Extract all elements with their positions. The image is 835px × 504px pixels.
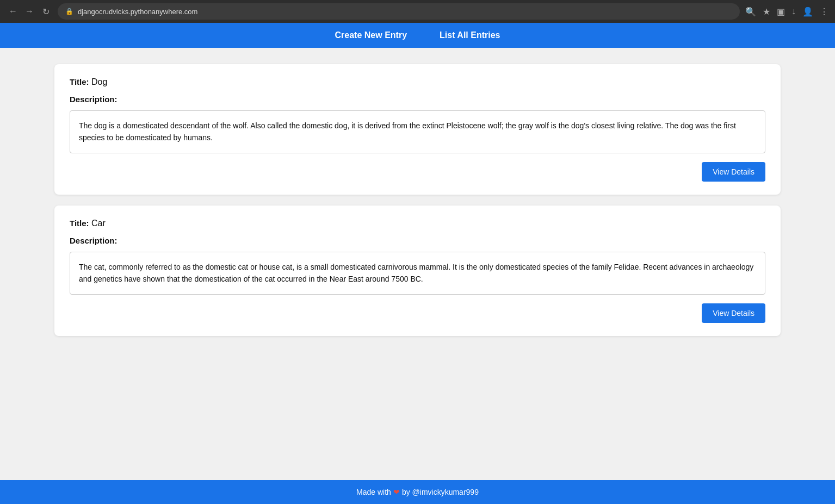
lock-icon: 🔒 [65, 8, 73, 15]
entry-title-row-2: Title: Car [70, 219, 765, 228]
view-details-button-1[interactable]: View Details [702, 162, 765, 182]
desc-label-2: Description: [70, 236, 765, 245]
create-new-entry-link[interactable]: Create New Entry [335, 30, 407, 40]
title-value-2: Car [91, 219, 106, 228]
nav-buttons: ← → ↻ [7, 5, 52, 18]
menu-icon[interactable]: ⋮ [820, 7, 828, 17]
desc-label-1: Description: [70, 95, 765, 104]
search-icon[interactable]: 🔍 [745, 7, 756, 17]
forward-button[interactable]: → [23, 5, 36, 18]
desc-box-1: The dog is a domesticated descendant of … [70, 110, 765, 153]
profile-icon[interactable]: 👤 [802, 7, 813, 17]
footer-text-after: by @imvickykumar999 [402, 488, 479, 496]
entry-actions-2: View Details [70, 303, 765, 323]
reload-button[interactable]: ↻ [39, 5, 52, 18]
view-details-button-2[interactable]: View Details [702, 303, 765, 323]
top-nav: Create New Entry List All Entries [0, 23, 835, 48]
title-value-1: Dog [91, 77, 107, 86]
list-all-entries-link[interactable]: List All Entries [440, 30, 500, 40]
extensions-icon[interactable]: ▣ [777, 7, 785, 17]
entry-title-row-1: Title: Dog [70, 77, 765, 87]
entry-card-2: Title: Car Description: The cat, commonl… [54, 206, 781, 336]
main-content: Title: Dog Description: The dog is a dom… [0, 48, 835, 480]
address-bar[interactable]: 🔒 djangocrudvicks.pythonanywhere.com [58, 3, 740, 20]
entry-actions-1: View Details [70, 162, 765, 182]
footer-text-before: Made with [356, 488, 391, 496]
url-text: djangocrudvicks.pythonanywhere.com [78, 8, 197, 16]
back-button[interactable]: ← [7, 5, 20, 18]
browser-action-buttons: 🔍 ★ ▣ ↓ 👤 ⋮ [745, 7, 828, 17]
title-label-1: Title: [70, 77, 89, 86]
browser-chrome: ← → ↻ 🔒 djangocrudvicks.pythonanywhere.c… [0, 0, 835, 23]
entry-card-1: Title: Dog Description: The dog is a dom… [54, 64, 781, 195]
bookmark-icon[interactable]: ★ [763, 7, 770, 17]
footer: Made with ❤ by @imvickykumar999 [0, 480, 835, 504]
title-label-2: Title: [70, 219, 89, 228]
download-icon[interactable]: ↓ [791, 7, 796, 16]
desc-box-2: The cat, commonly referred to as the dom… [70, 252, 765, 295]
heart-icon: ❤ [393, 488, 400, 496]
